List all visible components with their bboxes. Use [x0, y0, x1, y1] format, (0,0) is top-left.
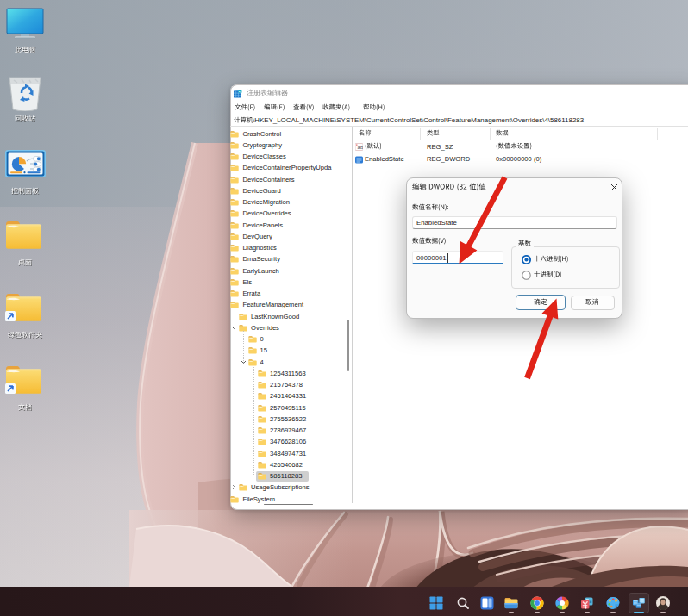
- svg-text:ab: ab: [358, 145, 363, 150]
